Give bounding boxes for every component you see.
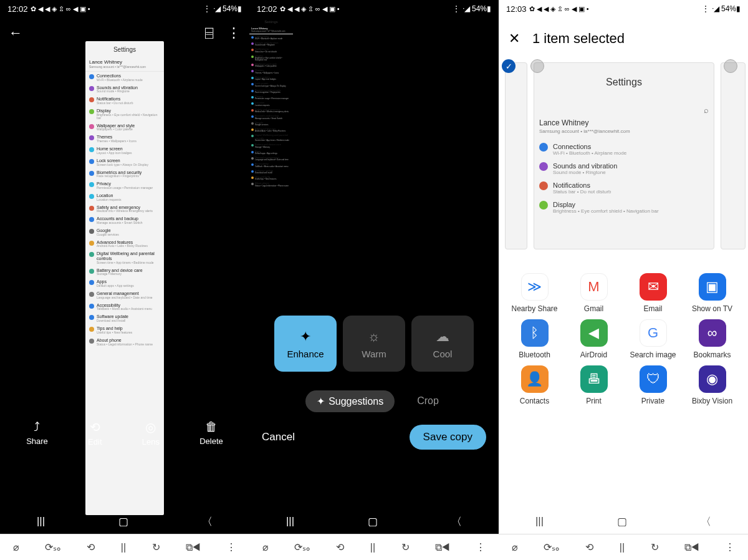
share-target-nearby-share[interactable]: ≫Nearby Share	[505, 273, 564, 313]
thumbnail-unselected[interactable]: Settings ⌕ Lance Whitney Samsung account…	[534, 62, 714, 249]
tool-row: ⌀⟳ₛₒ⟲||↻⧉◀⋮	[499, 534, 748, 560]
settings-row: LocationLocation requests	[249, 101, 293, 107]
save-copy-button[interactable]: Save copy	[410, 425, 486, 450]
settings-row: AccessibilityTalkBack • Mono audio • Ass…	[249, 162, 293, 168]
navigation-bar: ||| ▢ 〈	[499, 509, 748, 534]
check-icon[interactable]	[724, 59, 737, 73]
settings-row: Wallpaper and styleWallpapers • Color pa…	[249, 62, 293, 69]
settings-row: Sounds and vibrationSound mode • Rington…	[85, 84, 164, 95]
suggestions-tab[interactable]: ✦Suggestions	[305, 390, 395, 412]
tool-icon[interactable]: ⧉◀	[435, 542, 450, 553]
status-time: 12:02	[7, 4, 28, 14]
tool-icon[interactable]: ↻	[152, 541, 160, 553]
tool-icon[interactable]: ||	[620, 542, 625, 553]
navigation-bar: ||| ▢ 〈	[249, 509, 499, 534]
back-button[interactable]: 〈	[451, 514, 462, 529]
tool-icon[interactable]: ⟳ₛₒ	[544, 541, 560, 553]
tool-icon[interactable]: ⌀	[262, 541, 269, 553]
settings-row: Safety and emergencyMedical info • Wirel…	[85, 203, 164, 215]
tool-icon[interactable]: ⌀	[13, 541, 19, 553]
settings-row: Tips and helpUseful tips • New features	[249, 175, 293, 181]
status-bar: 12:02 ✿ ◀ ◀ ◈ ⇫ ∞ ◀ ▣ • ⋮ ᐧ◢ 54%▮	[0, 0, 249, 17]
thumbnail-partial[interactable]	[721, 62, 746, 249]
settings-row: ConnectionsWi-Fi • Bluetooth • Airplane …	[249, 34, 293, 41]
recents-button[interactable]: |||	[37, 515, 45, 528]
back-icon[interactable]: ←	[9, 25, 22, 41]
settings-row: Digital Wellbeing and parental controlsS…	[249, 133, 293, 143]
share-target-email[interactable]: ✉Email	[623, 273, 683, 313]
lens-button[interactable]: ◎Lens	[142, 420, 160, 447]
settings-row: Digital Wellbeing and parental controlsS…	[85, 249, 164, 266]
tool-icon[interactable]: ↻	[651, 541, 659, 553]
settings-row: Lock screenScreen lock type • Always On …	[249, 82, 293, 88]
settings-row: Biometrics and securityFace recognition …	[85, 168, 164, 180]
tool-icon[interactable]: ⋮	[226, 541, 236, 553]
tool-icon[interactable]: ↻	[401, 541, 410, 553]
share-button[interactable]: ⤴Share	[26, 420, 48, 447]
thumbnail-selected[interactable]: ✓	[505, 62, 527, 249]
back-button[interactable]: 〈	[701, 514, 711, 529]
share-target-contacts[interactable]: 👤Contacts	[505, 365, 564, 405]
tool-icon[interactable]: ⟲	[87, 541, 95, 553]
back-button[interactable]: 〈	[202, 514, 213, 529]
home-button[interactable]: ▢	[118, 515, 128, 528]
cancel-button[interactable]: Cancel	[262, 431, 295, 443]
settings-row: DisplayBrightness • Eye comfort shield •…	[249, 54, 293, 62]
tool-icon[interactable]: ⋮	[725, 541, 735, 553]
recents-button[interactable]: |||	[535, 515, 544, 528]
share-target-print[interactable]: 🖶Print	[564, 365, 623, 405]
share-target-bluetooth[interactable]: ᛒBluetooth	[505, 319, 564, 359]
recents-button[interactable]: |||	[286, 515, 294, 528]
tool-icon[interactable]: ⟲	[336, 541, 344, 553]
delete-button[interactable]: 🗑Delete	[199, 420, 223, 447]
settings-row: Biometrics and securityFace recognition …	[249, 88, 293, 94]
cast-icon[interactable]: ⌸	[205, 25, 213, 41]
settings-row: Battery and device careStorage • Memory	[249, 143, 293, 149]
check-icon[interactable]: ✓	[502, 59, 515, 73]
selected-thumbnails: ✓ Settings ⌕ Lance Whitney Samsung accou…	[499, 56, 748, 262]
settings-row: Software updateDownload and install	[249, 168, 293, 175]
settings-row: Advanced featuresAndroid Auto • Labs • B…	[249, 127, 293, 133]
settings-row: AppsDefault apps • App settings	[85, 278, 164, 289]
tool-icon[interactable]: ||	[370, 542, 375, 553]
tool-icon[interactable]: ⟳ₛₒ	[294, 541, 310, 553]
tool-icon[interactable]: ⌀	[512, 541, 518, 553]
settings-row: Accounts and backupManage accounts • Sma…	[249, 114, 293, 120]
share-target-show-on-tv[interactable]: ▣Show on TV	[683, 273, 742, 313]
settings-row: Lock screenScreen lock type • Always On …	[85, 157, 164, 168]
tool-icon[interactable]: ⧉◀	[186, 542, 201, 553]
crop-tab[interactable]: Crop	[413, 390, 443, 412]
more-icon[interactable]: ⋮	[227, 25, 241, 41]
share-target-gmail[interactable]: MGmail	[564, 273, 623, 313]
settings-row: LocationLocation requests	[85, 191, 164, 203]
settings-row: ThemesThemes • Wallpapers • Icons	[249, 69, 293, 75]
share-target-private[interactable]: 🛡Private	[623, 365, 683, 405]
warm-effect-button[interactable]: ☼Warm	[343, 316, 405, 372]
tool-icon[interactable]: ⧉◀	[684, 542, 699, 553]
editor-tabs: ✦Suggestions Crop	[249, 390, 499, 412]
search-icon: ⌕	[539, 105, 709, 115]
home-button[interactable]: ▢	[617, 515, 627, 528]
tool-icon[interactable]: ⋮	[476, 541, 486, 553]
editor-image-preview[interactable]: Settings Lance WhitneySamsung account • …	[249, 17, 293, 311]
phone-1-gallery-view: 12:02 ✿ ◀ ◀ ◈ ⇫ ∞ ◀ ▣ • ⋮ ᐧ◢ 54%▮ ← ⌸ ⋮ …	[0, 0, 249, 560]
settings-row: ConnectionsWi-Fi • Bluetooth • Airplane …	[85, 72, 164, 84]
settings-row: PrivacyPermission usage • Permission man…	[85, 180, 164, 191]
share-target-airdroid[interactable]: ◀AirDroid	[564, 319, 623, 359]
close-icon[interactable]: ✕	[509, 31, 520, 47]
tool-icon[interactable]: ⟲	[585, 541, 593, 553]
tool-row: ⌀⟳ₛₒ⟲||↻⧉◀⋮	[0, 534, 249, 560]
share-target-bixby-vision[interactable]: ◉Bixby Vision	[683, 365, 742, 405]
cool-effect-button[interactable]: ☁Cool	[411, 316, 474, 372]
enhance-effect-button[interactable]: ✦Enhance	[274, 316, 337, 372]
check-icon[interactable]	[530, 59, 544, 73]
tool-icon[interactable]: ||	[121, 542, 126, 553]
edit-button[interactable]: ⟲Edit	[88, 420, 102, 447]
home-button[interactable]: ▢	[368, 515, 378, 528]
share-target-bookmarks[interactable]: ∞Bookmarks	[683, 319, 742, 359]
tool-icon[interactable]: ⟳ₛₒ	[45, 541, 61, 553]
selection-count: 1 item selected	[532, 31, 625, 47]
status-time: 12:03	[506, 4, 527, 14]
share-target-search-image[interactable]: GSearch image	[623, 319, 683, 359]
status-icons: ✿ ◀ ◀ ◈ ⇫ ∞ ◀ ▣ •	[31, 5, 90, 13]
